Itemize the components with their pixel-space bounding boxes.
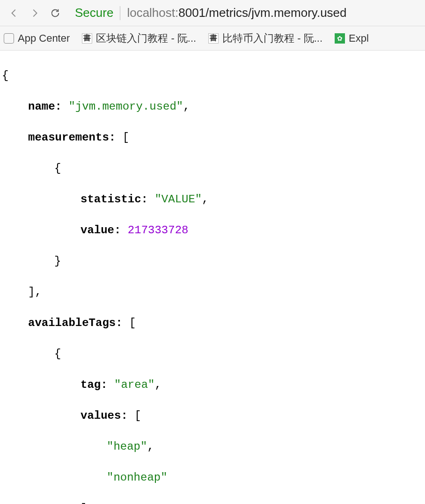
address-separator: [120, 6, 120, 20]
forward-button[interactable]: [24, 3, 45, 23]
browser-toolbar: Secure localhost:8001/metrics/jvm.memory…: [0, 0, 425, 26]
bookmark-icon: 書: [82, 33, 92, 44]
json-viewer: { name: "jvm.memory.used", –measurements…: [0, 51, 425, 504]
bookmark-app-center[interactable]: App Center: [4, 32, 70, 44]
bookmark-bitcoin-tutorial[interactable]: 書 比特币入门教程 - 阮...: [208, 31, 322, 45]
back-button[interactable]: [4, 3, 24, 23]
address-bar[interactable]: Secure localhost:8001/metrics/jvm.memory…: [66, 6, 421, 20]
json-val-statistic: "VALUE": [154, 193, 202, 206]
bookmark-folder-icon: [4, 33, 14, 44]
json-key-measurements: measurements:: [28, 131, 116, 144]
secure-indicator: Secure: [75, 6, 113, 20]
json-val-name: "jvm.memory.used": [68, 100, 183, 113]
bookmark-blockchain-tutorial[interactable]: 書 区块链入门教程 - 阮...: [82, 31, 196, 45]
json-key-availabletags: availableTags:: [28, 317, 123, 329]
json-array-item: "nonheap": [107, 471, 168, 484]
bookmark-label: 比特币入门教程 - 阮...: [222, 31, 322, 45]
bookmark-label: 区块链入门教程 - 阮...: [96, 31, 196, 45]
bookmark-icon: 書: [208, 33, 219, 44]
json-key-value: value:: [81, 224, 121, 237]
bookmark-label: Expl: [349, 32, 369, 44]
json-key-name: name:: [28, 100, 62, 113]
bookmark-explore[interactable]: ✿ Expl: [335, 32, 369, 44]
json-val-tag: "area": [114, 378, 154, 391]
json-key-statistic: statistic:: [81, 193, 148, 206]
bookmarks-bar: App Center 書 区块链入门教程 - 阮... 書 比特币入门教程 - …: [0, 26, 425, 51]
json-key-tag: tag:: [81, 378, 108, 391]
bookmark-icon: ✿: [335, 33, 345, 44]
json-array-item: "heap": [107, 440, 147, 453]
json-key-values: values:: [81, 409, 128, 422]
json-val-value: 217333728: [128, 224, 189, 237]
bookmark-label: App Center: [18, 32, 70, 44]
reload-button[interactable]: [45, 3, 66, 23]
url-text: localhost:8001/metrics/jvm.memory.used: [127, 6, 346, 20]
